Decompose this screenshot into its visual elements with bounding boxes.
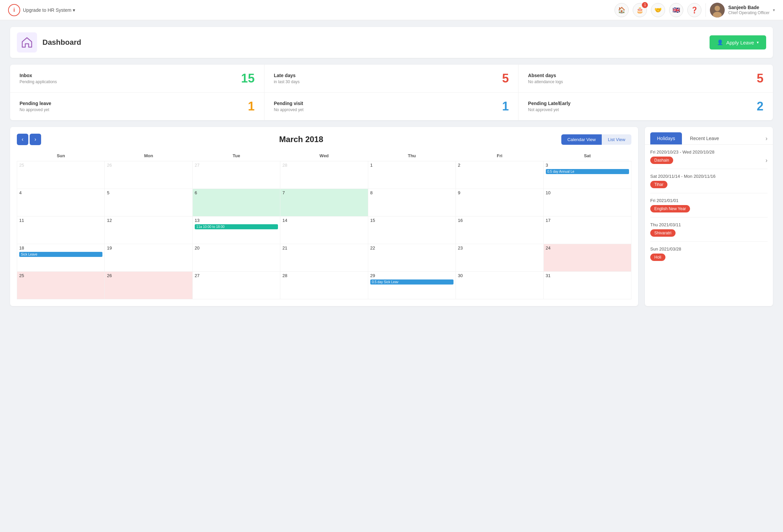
table-row[interactable]: 17 [543, 217, 631, 244]
table-row[interactable]: 10 [543, 189, 631, 217]
table-row[interactable]: 30 [456, 272, 543, 299]
holiday-badge: Holi [650, 254, 665, 261]
holiday-badge: Tihar [650, 181, 667, 188]
flag-nav-button[interactable]: 🇬🇧 [669, 3, 683, 17]
handshake-icon: 🤝 [654, 6, 662, 14]
calendar-event[interactable]: 0.5 day Sick Leav [370, 279, 453, 285]
holiday-badge: Dashain [650, 157, 673, 164]
table-row[interactable]: 2 [456, 161, 543, 189]
calendar-panel: ‹ › March 2018 Calendar View List View S… [10, 127, 638, 306]
calendar-event[interactable]: Sick Leave [19, 252, 102, 257]
col-tue: Tue [192, 151, 280, 161]
table-row[interactable]: 18Sick Leave [17, 244, 105, 272]
right-panel-chevron[interactable]: › [765, 135, 768, 142]
stat-late-info: Late days in last 30 days [274, 73, 300, 84]
list-item: Fri 2021/01/01English New Year [650, 193, 768, 218]
page-title: Dashboard [42, 38, 81, 47]
birthday-nav-button[interactable]: 🎂 1 [633, 3, 647, 17]
list-view-button[interactable]: List View [602, 134, 631, 145]
handshake-nav-button[interactable]: 🤝 [651, 3, 665, 17]
cal-navigation: ‹ › [17, 134, 41, 145]
col-sun: Sun [17, 151, 105, 161]
table-row[interactable]: 1 [368, 161, 456, 189]
main-content: Dashboard 👤 Apply Leave ▾ Inbox Pending … [0, 20, 783, 313]
apply-leave-button[interactable]: 👤 Apply Leave ▾ [710, 35, 766, 49]
table-row[interactable]: 28 [280, 272, 368, 299]
app-logo: i [8, 4, 20, 16]
right-panel: Holidays Recent Leave › Fri 2020/10/23 -… [645, 127, 773, 306]
help-nav-button[interactable]: ❓ [687, 3, 701, 17]
holiday-expand-icon[interactable]: › [765, 157, 768, 164]
page-icon-box [17, 32, 37, 53]
apply-leave-icon: 👤 [717, 39, 723, 45]
table-row[interactable]: 16 [456, 217, 543, 244]
top-navigation: i Upgrade to HR System ▾ 🏠 🎂 1 🤝 🇬🇧 ❓ [0, 0, 783, 20]
list-item: Thu 2021/03/11Shivaratri [650, 218, 768, 242]
list-item: Fri 2020/10/23 - Wed 2020/10/28Dashain› [650, 145, 768, 169]
table-row[interactable]: 6 [192, 189, 280, 217]
table-row[interactable]: 25 [17, 161, 105, 189]
table-row[interactable]: 5 [105, 189, 192, 217]
table-row[interactable]: 28 [280, 161, 368, 189]
holiday-badge: Shivaratri [650, 229, 676, 237]
table-row[interactable]: 31 [543, 272, 631, 299]
table-row[interactable]: 11 [17, 217, 105, 244]
calendar-header: ‹ › March 2018 Calendar View List View [17, 134, 631, 145]
table-row[interactable]: 7 [280, 189, 368, 217]
table-row[interactable]: 26 [105, 161, 192, 189]
cal-view-buttons: Calendar View List View [561, 134, 631, 145]
table-row[interactable]: 15 [368, 217, 456, 244]
table-row[interactable]: 27 [192, 272, 280, 299]
table-row[interactable]: 26 [105, 272, 192, 299]
col-sat: Sat [543, 151, 631, 161]
cal-next-button[interactable]: › [30, 134, 41, 145]
avatar [710, 3, 725, 18]
stat-pending-visit-value: 1 [502, 99, 509, 113]
flag-icon: 🇬🇧 [672, 6, 680, 14]
calendar-event[interactable]: 11a 10:00 to 18:00 [195, 224, 278, 229]
stat-pending-late: Pending Late/Early Not approved yet 2 [519, 93, 773, 120]
stat-inbox-info: Inbox Pending applications [20, 73, 57, 84]
home-nav-button[interactable]: 🏠 [615, 3, 629, 17]
table-row[interactable]: 8 [368, 189, 456, 217]
birthday-badge: 1 [642, 2, 648, 8]
page-header-left: Dashboard [17, 32, 81, 53]
table-row[interactable]: 24 [543, 244, 631, 272]
help-icon: ❓ [691, 6, 698, 14]
tab-holidays[interactable]: Holidays [650, 132, 682, 144]
col-fri: Fri [456, 151, 543, 161]
table-row[interactable]: 22 [368, 244, 456, 272]
calendar-title: March 2018 [279, 135, 323, 144]
nav-divider [706, 3, 706, 17]
stat-pending-late-value: 2 [757, 99, 763, 113]
table-row[interactable]: 4 [17, 189, 105, 217]
table-row[interactable]: 12 [105, 217, 192, 244]
user-text: Sanjeeb Bade Chief Operating Officer [728, 4, 770, 16]
stat-pending-late-info: Pending Late/Early Not approved yet [528, 101, 570, 112]
holiday-badge: English New Year [650, 205, 690, 212]
table-row[interactable]: 1311a 10:00 to 18:00 [192, 217, 280, 244]
table-row[interactable]: 27 [192, 161, 280, 189]
user-profile[interactable]: Sanjeeb Bade Chief Operating Officer ▾ [710, 3, 775, 18]
table-row[interactable]: 19 [105, 244, 192, 272]
table-row[interactable]: 21 [280, 244, 368, 272]
upgrade-link[interactable]: Upgrade to HR System ▾ [23, 7, 75, 13]
cal-prev-button[interactable]: ‹ [17, 134, 28, 145]
table-row[interactable]: 30.5 day Annual Le [543, 161, 631, 189]
list-item: Sat 2020/11/14 - Mon 2020/11/16Tihar [650, 169, 768, 193]
table-row[interactable]: 20 [192, 244, 280, 272]
table-row[interactable]: 290.5 day Sick Leav [368, 272, 456, 299]
table-row[interactable]: 9 [456, 189, 543, 217]
table-row[interactable]: 14 [280, 217, 368, 244]
calendar-event[interactable]: 0.5 day Annual Le [546, 169, 629, 174]
table-row[interactable]: 23 [456, 244, 543, 272]
tab-recent-leave[interactable]: Recent Leave [683, 132, 726, 144]
page-header: Dashboard 👤 Apply Leave ▾ [10, 27, 773, 58]
user-name: Sanjeeb Bade [728, 4, 770, 10]
dashboard-icon [21, 36, 33, 48]
col-thu: Thu [368, 151, 456, 161]
col-mon: Mon [105, 151, 192, 161]
list-item: Sun 2021/03/28Holi [650, 242, 768, 266]
calendar-view-button[interactable]: Calendar View [561, 134, 602, 145]
table-row[interactable]: 25 [17, 272, 105, 299]
